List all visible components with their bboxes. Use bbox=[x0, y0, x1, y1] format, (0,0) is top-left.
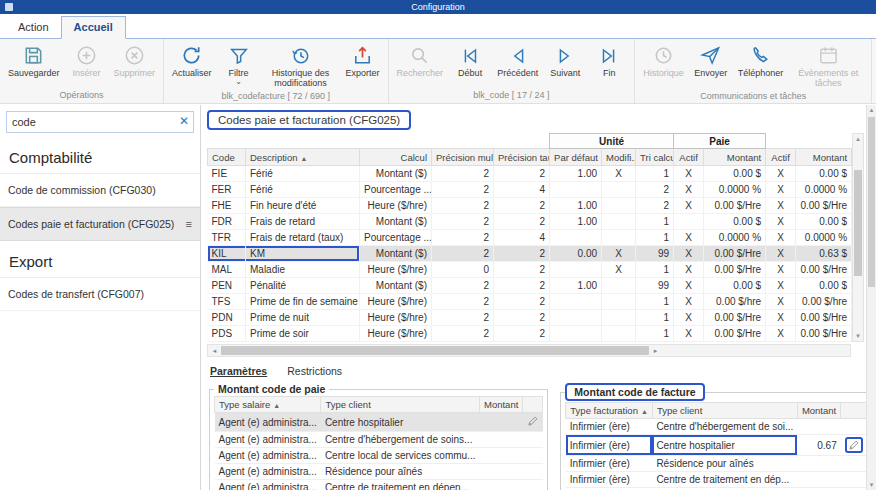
save-button[interactable]: Sauvegarder bbox=[3, 41, 65, 79]
table-row[interactable]: TFSPrime de fin de semaineHeure ($/hre)2… bbox=[208, 294, 852, 310]
table-row[interactable]: Agent (e) administra...Centre hospitalie… bbox=[215, 413, 543, 432]
col-montant-paie[interactable]: Montant bbox=[704, 149, 766, 166]
export-button[interactable]: Exporter bbox=[341, 41, 385, 79]
sidebar-item-code-commission[interactable]: Code de commission (CFG030) bbox=[0, 174, 200, 207]
table-row[interactable]: FDRFrais de retardMontant ($)221.0010.00… bbox=[208, 214, 852, 230]
col-montant[interactable]: Montant bbox=[480, 397, 523, 413]
edit-pencil-icon[interactable] bbox=[845, 437, 863, 453]
grid-cell: 1.00 bbox=[550, 278, 602, 294]
grid-cell: X bbox=[766, 310, 796, 326]
ribbon-group-blk-code: Rechercher Début Précédent Suivant Fin bbox=[389, 39, 636, 103]
sidebar: ✕ Comptabilité Code de commission (CFG03… bbox=[0, 105, 201, 490]
window-vertical-scrollbar[interactable]: ▴ ▾ bbox=[866, 105, 876, 490]
grid-cell: 0.0000 % bbox=[704, 182, 766, 198]
table-row[interactable]: KILKMMontant ($)220.00X99X0.00 $/HreX0.6… bbox=[208, 246, 852, 262]
table-row[interactable]: FIEFériéMontant ($)221.00X1X0.00 $X0.00 … bbox=[208, 166, 852, 182]
table-row[interactable]: PENPénalitéMontant ($)221.0099X0.00 $X0.… bbox=[208, 278, 852, 294]
grid-horizontal-scrollbar[interactable]: ◂ ▸ bbox=[207, 344, 851, 357]
grid-cell: Centre local de services commu... bbox=[321, 448, 480, 464]
table-row[interactable]: Agent (e) administra...Centre de traitem… bbox=[215, 480, 543, 490]
menu-icon: ≡ bbox=[186, 218, 192, 230]
nav-first-button[interactable]: Début bbox=[448, 41, 492, 79]
col-modifiable[interactable]: Modifi... bbox=[602, 149, 636, 166]
col-montant[interactable]: Montant bbox=[797, 403, 840, 419]
table-row[interactable]: MALMaladieHeure ($/hre)02X1X0.00 $/HreX0… bbox=[208, 262, 852, 278]
tab-parametres[interactable]: Paramètres bbox=[210, 365, 267, 377]
grid-cell: Agent (e) administra... bbox=[215, 464, 321, 480]
table-row[interactable]: Infirmier (ère)Centre de traitement en d… bbox=[566, 472, 866, 488]
grid-cell: 1 bbox=[636, 310, 674, 326]
col-type-salaire[interactable]: Type salaire▲ bbox=[215, 397, 321, 413]
title-bar[interactable]: Configuration bbox=[0, 0, 876, 14]
grid-cell bbox=[602, 326, 636, 342]
col-calcul[interactable]: Calcul bbox=[360, 149, 432, 166]
table-row[interactable]: TFRFrais de retard (taux)Pourcentage ...… bbox=[208, 230, 852, 246]
col-montant-facturation[interactable]: Montant bbox=[796, 149, 852, 166]
scrollbar-thumb[interactable] bbox=[854, 170, 862, 276]
table-row[interactable]: Infirmier (ère)Centre d'hébergement de s… bbox=[566, 419, 866, 435]
grid-vertical-scrollbar[interactable]: ▴ ▾ bbox=[852, 133, 864, 342]
search-input[interactable] bbox=[6, 111, 194, 133]
grid-cell: Montant ($) bbox=[360, 246, 432, 262]
grid-cell: X bbox=[674, 166, 704, 182]
scroll-right-arrow[interactable]: ▸ bbox=[649, 347, 662, 355]
table-row[interactable]: Agent (e) administra...Centre local de s… bbox=[215, 448, 543, 464]
nav-prev-button[interactable]: Précédent bbox=[492, 41, 543, 79]
grid-cell: X bbox=[766, 246, 796, 262]
table-row[interactable]: FHEFin heure d'étéHeure ($/hre)221.002X0… bbox=[208, 198, 852, 214]
tab-action[interactable]: Action bbox=[6, 17, 61, 38]
grid-cell: Agent (e) administra... bbox=[215, 448, 321, 464]
col-type-client[interactable]: Type client bbox=[652, 403, 797, 419]
scroll-left-arrow[interactable]: ◂ bbox=[208, 347, 221, 355]
col-tri-calcul[interactable]: Tri calcul bbox=[636, 149, 674, 166]
grid-cell: Centre de traitement en dépen... bbox=[321, 480, 480, 490]
col-actif-paie[interactable]: Actif bbox=[674, 149, 704, 166]
grid-cell bbox=[602, 310, 636, 326]
grid-cell: Frais de retard (taux) bbox=[246, 230, 360, 246]
scrollbar-thumb[interactable] bbox=[868, 117, 875, 287]
grid-cell bbox=[797, 456, 840, 472]
grid-cell: 0.00 $/hre bbox=[796, 294, 852, 310]
col-par-defaut[interactable]: Par défaut bbox=[550, 149, 602, 166]
nav-last-button[interactable]: Fin bbox=[587, 41, 631, 79]
filter-button[interactable]: Filtre ⌄ bbox=[217, 41, 261, 85]
col-precision-multip[interactable]: Précision multip... bbox=[432, 149, 494, 166]
table-row[interactable]: PDNPrime de nuitHeure ($/hre)221X0.00 $/… bbox=[208, 310, 852, 326]
col-type-client[interactable]: Type client bbox=[321, 397, 480, 413]
grid-cell: Pénalité bbox=[246, 278, 360, 294]
history-modifications-button[interactable]: Historique des modifications bbox=[261, 41, 341, 89]
table-row[interactable]: Infirmier (ère)Centre hospitalier0.67✓ bbox=[566, 435, 866, 456]
edit-pencil-icon[interactable] bbox=[527, 415, 539, 427]
col-actif-facturation[interactable]: Actif bbox=[766, 149, 796, 166]
grid-cell: 2 bbox=[494, 278, 550, 294]
table-row[interactable]: PDSPrime de soirHeure ($/hre)221X0.00 $/… bbox=[208, 326, 852, 342]
clear-search-icon[interactable]: ✕ bbox=[179, 114, 189, 128]
col-precision-taux[interactable]: Précision taux bbox=[494, 149, 550, 166]
grid-cell bbox=[841, 435, 866, 456]
table-row[interactable]: Agent (e) administra...Centre d'hébergem… bbox=[215, 432, 543, 448]
col-code[interactable]: Code bbox=[208, 149, 246, 166]
sidebar-item-codes-paie-facturation[interactable]: Codes paie et facturation (CFG025) ≡ bbox=[0, 207, 200, 241]
grid-cell bbox=[602, 230, 636, 246]
phone-button[interactable]: Téléphoner bbox=[733, 41, 789, 79]
table-row[interactable]: Agent (e) administra...Résidence pour aî… bbox=[215, 464, 543, 480]
grid-cell: X bbox=[602, 246, 636, 262]
col-type-facturation[interactable]: Type facturation▲ bbox=[566, 403, 653, 419]
grid-cell: Infirmier (ère) bbox=[566, 472, 653, 488]
nav-next-button[interactable]: Suivant bbox=[543, 41, 587, 79]
tab-restrictions[interactable]: Restrictions bbox=[287, 365, 342, 377]
sidebar-item-codes-transfert[interactable]: Codes de transfert (CFG007) bbox=[0, 278, 200, 311]
scrollbar-thumb[interactable] bbox=[221, 346, 649, 355]
table-row[interactable]: Infirmier (ère)Résidence pour aînésX bbox=[566, 456, 866, 472]
grid-cell: 99 bbox=[636, 278, 674, 294]
col-description[interactable]: Description▲ bbox=[246, 149, 360, 166]
table-row[interactable]: FERFériéPourcentage ...242X0.0000 %X0.00… bbox=[208, 182, 852, 198]
grid-cell: X bbox=[674, 310, 704, 326]
send-button[interactable]: Envoyer bbox=[689, 41, 733, 79]
tab-accueil[interactable]: Accueil bbox=[61, 16, 126, 39]
grid-cell: 0.00 $ bbox=[796, 278, 852, 294]
grid-cell: X bbox=[766, 278, 796, 294]
chevron-down-icon: ⌄ bbox=[235, 79, 242, 85]
grid-cell: PDS bbox=[208, 326, 246, 342]
refresh-button[interactable]: Actualiser bbox=[167, 41, 217, 79]
